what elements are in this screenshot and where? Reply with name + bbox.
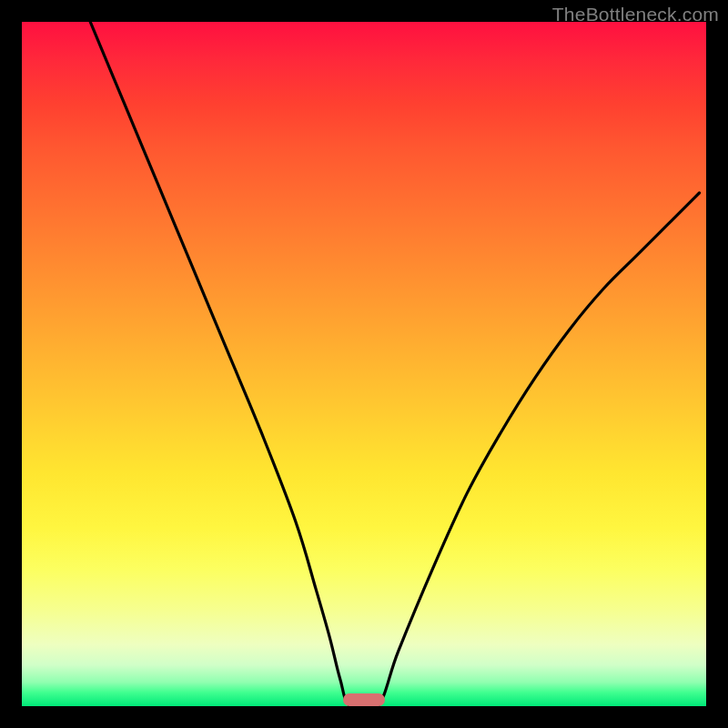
plot-area — [22, 22, 706, 706]
watermark-text: TheBottleneck.com — [552, 4, 719, 25]
outer-frame: TheBottleneck.com — [0, 0, 728, 728]
bottleneck-curve — [22, 22, 706, 706]
optimal-marker — [343, 693, 384, 706]
